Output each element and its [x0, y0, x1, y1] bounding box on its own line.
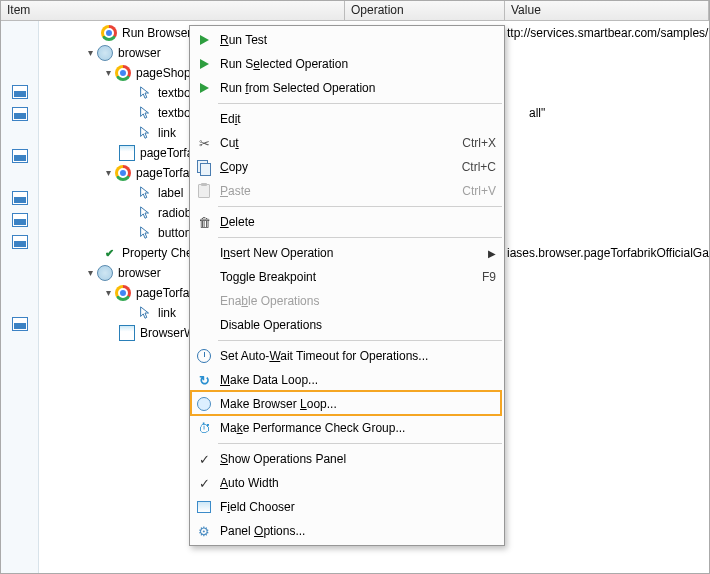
cut-icon: ✂: [194, 133, 214, 153]
image-marker-icon: [12, 107, 28, 121]
menu-item[interactable]: Disable Operations: [190, 313, 504, 337]
blank-icon: [194, 109, 214, 129]
header-value[interactable]: Value: [505, 1, 709, 20]
tree-item-label: browser: [116, 46, 163, 60]
chrome-icon: [115, 65, 131, 81]
expand-collapse-icon[interactable]: [101, 286, 115, 300]
tree-item-label: browser: [116, 266, 163, 280]
performance-icon: ⏱: [194, 418, 214, 438]
blank-icon: [194, 243, 214, 263]
cursor-action-icon: [137, 305, 153, 321]
menu-separator: [218, 443, 502, 444]
checkmark-icon: ✓: [194, 473, 214, 493]
menu-item[interactable]: ✓Show Operations Panel: [190, 447, 504, 471]
menu-item-label: Enable Operations: [220, 294, 496, 308]
tree-item-label: label: [156, 186, 185, 200]
blank-icon: [194, 315, 214, 335]
checkmark-icon: ✓: [194, 449, 214, 469]
menu-item[interactable]: ⏱Make Performance Check Group...: [190, 416, 504, 440]
menu-item-label: Make Performance Check Group...: [220, 421, 496, 435]
checkpoint-icon: [101, 245, 117, 261]
menu-separator: [218, 340, 502, 341]
menu-item[interactable]: Field Chooser: [190, 495, 504, 519]
menu-item[interactable]: 🗑Delete: [190, 210, 504, 234]
menu-item[interactable]: ✓Auto Width: [190, 471, 504, 495]
blank-icon: [194, 291, 214, 311]
menu-item-label: Show Operations Panel: [220, 452, 496, 466]
menu-item: PasteCtrl+V: [190, 179, 504, 203]
value-cell: ttp://services.smartbear.com/samples/: [507, 26, 708, 40]
expand-collapse-icon[interactable]: [101, 166, 115, 180]
menu-item[interactable]: ↻Make Data Loop...: [190, 368, 504, 392]
submenu-arrow-icon: ▶: [488, 248, 496, 259]
header-operation[interactable]: Operation: [345, 1, 505, 20]
menu-separator: [218, 103, 502, 104]
menu-item-label: Panel Options...: [220, 524, 496, 538]
cursor-action-icon: [137, 85, 153, 101]
browser-loop-icon: [194, 394, 214, 414]
expand-collapse-icon[interactable]: [83, 46, 97, 60]
menu-shortcut: Ctrl+C: [462, 160, 496, 174]
menu-item[interactable]: CopyCtrl+C: [190, 155, 504, 179]
menu-item-label: Cut: [220, 136, 454, 150]
menu-separator: [218, 206, 502, 207]
menu-shortcut: Ctrl+X: [462, 136, 496, 150]
expand-collapse-icon[interactable]: [101, 66, 115, 80]
menu-item-label: Copy: [220, 160, 454, 174]
tree-item-label: Run Browser: [120, 26, 193, 40]
cursor-action-icon: [137, 185, 153, 201]
menu-item-label: Toggle Breakpoint: [220, 270, 474, 284]
tree-item-label: link: [156, 306, 178, 320]
play-icon: [194, 30, 214, 50]
image-marker-icon: [12, 149, 28, 163]
menu-item[interactable]: Toggle BreakpointF9: [190, 265, 504, 289]
menu-item[interactable]: Run Selected Operation: [190, 52, 504, 76]
image-marker-icon: [12, 85, 28, 99]
menu-item-label: Auto Width: [220, 476, 496, 490]
image-marker-icon: [12, 191, 28, 205]
chrome-icon: [115, 165, 131, 181]
menu-item[interactable]: Insert New Operation▶: [190, 241, 504, 265]
globe-icon: [97, 265, 113, 281]
menu-separator: [218, 237, 502, 238]
menu-item-label: Make Browser Loop...: [220, 397, 496, 411]
image-marker-icon: [12, 213, 28, 227]
menu-item[interactable]: ⚙Panel Options...: [190, 519, 504, 543]
context-menu[interactable]: Run TestRun Selected OperationRun from S…: [189, 25, 505, 546]
chrome-icon: [101, 25, 117, 41]
menu-item-label: Run Selected Operation: [220, 57, 496, 71]
menu-shortcut: F9: [482, 270, 496, 284]
tree-item-label: link: [156, 126, 178, 140]
blank-icon: [194, 267, 214, 287]
menu-item-label: Disable Operations: [220, 318, 496, 332]
globe-icon: [97, 45, 113, 61]
window-icon: [119, 325, 135, 341]
window-icon: [119, 145, 135, 161]
menu-item[interactable]: ✂CutCtrl+X: [190, 131, 504, 155]
menu-item[interactable]: Run from Selected Operation: [190, 76, 504, 100]
menu-item-label: Edit: [220, 112, 496, 126]
gutter-icon-column: [1, 21, 39, 573]
paste-icon: [194, 181, 214, 201]
menu-item: Enable Operations: [190, 289, 504, 313]
field-chooser-icon: [194, 497, 214, 517]
header-item[interactable]: Item: [1, 1, 345, 20]
gear-icon: ⚙: [194, 521, 214, 541]
play-selected-icon: [194, 78, 214, 98]
copy-icon: [194, 157, 214, 177]
cursor-action-icon: [137, 225, 153, 241]
menu-item-label: Paste: [220, 184, 454, 198]
menu-item[interactable]: Make Browser Loop...: [190, 392, 504, 416]
delete-icon: 🗑: [194, 212, 214, 232]
cursor-action-icon: [137, 125, 153, 141]
menu-item-label: Delete: [220, 215, 496, 229]
tree-item-label: pageShop: [134, 66, 193, 80]
menu-item[interactable]: Set Auto-Wait Timeout for Operations...: [190, 344, 504, 368]
menu-item-label: Make Data Loop...: [220, 373, 496, 387]
menu-item-label: Run Test: [220, 33, 496, 47]
menu-item-label: Insert New Operation: [220, 246, 488, 260]
menu-item[interactable]: Edit: [190, 107, 504, 131]
menu-item[interactable]: Run Test: [190, 28, 504, 52]
expand-collapse-icon[interactable]: [83, 266, 97, 280]
menu-item-label: Field Chooser: [220, 500, 496, 514]
